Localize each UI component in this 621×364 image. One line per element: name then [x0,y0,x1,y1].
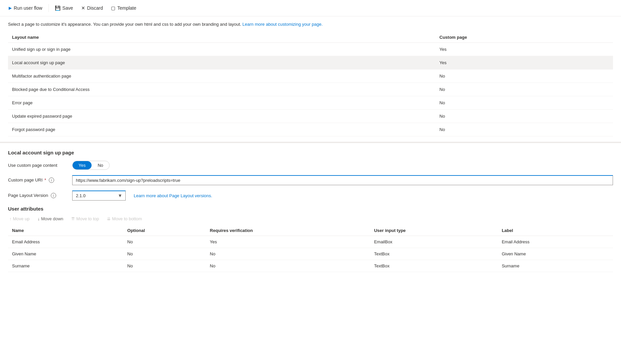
detail-section: Local account sign up page Use custom pa… [0,143,621,279]
layout-table-header: Layout name Custom page [8,32,613,43]
page-layout-select[interactable]: 1.0.0 1.1.0 1.2.0 2.0.0 2.1.0 [72,191,126,201]
attr-input-type: TextBox [370,248,498,260]
layout-table-row[interactable]: Local account sign up page Yes [8,56,613,70]
layout-row-name: Error page [8,96,436,110]
user-attributes-title: User attributes [8,206,613,212]
attr-optional: No [123,248,206,260]
move-to-bottom-button[interactable]: ⇊ Move to bottom [106,216,143,222]
save-icon: 💾 [55,5,60,11]
layout-row-custom: No [436,83,613,96]
layout-row-name: Multifactor authentication page [8,70,436,83]
attr-col-label: Label [498,225,613,236]
layout-table: Layout name Custom page Unified sign up … [8,32,613,136]
col-layout-name: Layout name [8,32,436,43]
attributes-table: Name Optional Requires verification User… [8,225,613,272]
attr-table-row[interactable]: Surname No No TextBox Surname [8,260,613,272]
layout-row-name: Forgot password page [8,123,436,136]
attr-col-verification: Requires verification [206,225,370,236]
attr-optional: No [123,236,206,248]
template-label: Template [117,5,136,11]
use-custom-row: Use custom page content Yes No [8,161,613,170]
move-to-top-button[interactable]: ⇈ Move to top [70,216,100,222]
description-text: Select a page to customize it's appearan… [8,22,241,27]
attr-label: Email Address [498,236,613,248]
save-button[interactable]: 💾 Save [51,3,77,13]
custom-uri-row: Custom page URI * i [8,175,613,185]
uri-info-icon[interactable]: i [49,177,54,183]
attr-table-row[interactable]: Given Name No No TextBox Given Name [8,248,613,260]
page-layout-row: Page Layout Version i 1.0.0 1.1.0 1.2.0 … [8,191,613,201]
save-label: Save [63,5,73,11]
learn-more-link[interactable]: Learn more about customizing your page. [242,22,323,27]
toggle-yes-button[interactable]: Yes [73,161,92,169]
move-top-icon: ⇈ [71,216,75,221]
description: Select a page to customize it's appearan… [8,22,613,27]
discard-button[interactable]: ✕ Discard [78,3,106,13]
discard-icon: ✕ [81,5,85,11]
toolbar: ▶ Run user flow 💾 Save ✕ Discard ▢ Templ… [0,0,621,16]
attributes-table-header: Name Optional Requires verification User… [8,225,613,236]
toggle-no-button[interactable]: No [92,161,109,169]
layout-table-row[interactable]: Forgot password page No [8,123,613,136]
custom-content-toggle[interactable]: Yes No [72,161,110,170]
move-down-icon: ↓ [37,216,40,221]
layout-table-row[interactable]: Unified sign up or sign in page Yes [8,43,613,56]
attr-col-input-type: User input type [370,225,498,236]
col-custom-page: Custom page [436,32,613,43]
page-layout-learn-link[interactable]: Learn more about Page Layout versions. [134,193,212,198]
discard-label: Discard [87,5,103,11]
run-user-flow-button[interactable]: ▶ Run user flow [5,3,46,13]
attr-label: Given Name [498,248,613,260]
move-toolbar: ↑ Move up ↓ Move down ⇈ Move to top ⇊ Mo… [8,216,613,222]
attr-verification: No [206,248,370,260]
move-up-icon: ↑ [9,216,12,221]
attr-label: Surname [498,260,613,272]
layout-row-name: Local account sign up page [8,56,436,70]
layout-row-custom: No [436,70,613,83]
attr-name: Surname [8,260,123,272]
attr-input-type: EmailBox [370,236,498,248]
move-bottom-icon: ⇊ [107,216,111,221]
template-button[interactable]: ▢ Template [108,3,140,13]
required-star: * [44,177,46,183]
template-icon: ▢ [111,5,115,11]
attr-name: Email Address [8,236,123,248]
layout-row-name: Unified sign up or sign in page [8,43,436,56]
use-custom-label: Use custom page content [8,163,68,168]
run-label: Run user flow [14,5,42,11]
attr-col-name: Name [8,225,123,236]
layout-row-name: Blocked page due to Conditional Access [8,83,436,96]
layout-row-custom: No [436,96,613,110]
attr-verification: Yes [206,236,370,248]
toolbar-divider-1 [48,4,49,12]
layout-row-name: Update expired password page [8,110,436,123]
layout-table-row[interactable]: Update expired password page No [8,110,613,123]
custom-uri-input[interactable] [72,175,613,185]
layout-table-row[interactable]: Error page No [8,96,613,110]
custom-uri-input-wrapper [72,175,613,185]
detail-title: Local account sign up page [8,150,613,155]
move-up-button[interactable]: ↑ Move up [8,216,31,222]
layout-info-icon[interactable]: i [51,193,56,198]
attr-optional: No [123,260,206,272]
layout-table-row[interactable]: Blocked page due to Conditional Access N… [8,83,613,96]
main-content: Select a page to customize it's appearan… [0,16,621,142]
layout-row-custom: Yes [436,43,613,56]
layout-table-row[interactable]: Multifactor authentication page No [8,70,613,83]
layout-row-custom: No [436,110,613,123]
page-layout-select-wrapper: 1.0.0 1.1.0 1.2.0 2.0.0 2.1.0 ▼ [72,191,126,201]
layout-row-custom: No [436,123,613,136]
attr-input-type: TextBox [370,260,498,272]
attr-table-row[interactable]: Email Address No Yes EmailBox Email Addr… [8,236,613,248]
move-down-button[interactable]: ↓ Move down [36,216,65,222]
attr-name: Given Name [8,248,123,260]
page-layout-label: Page Layout Version i [8,193,68,199]
attr-verification: No [206,260,370,272]
attr-col-optional: Optional [123,225,206,236]
play-icon: ▶ [9,6,12,10]
custom-uri-label: Custom page URI * i [8,177,68,183]
layout-row-custom: Yes [436,56,613,70]
